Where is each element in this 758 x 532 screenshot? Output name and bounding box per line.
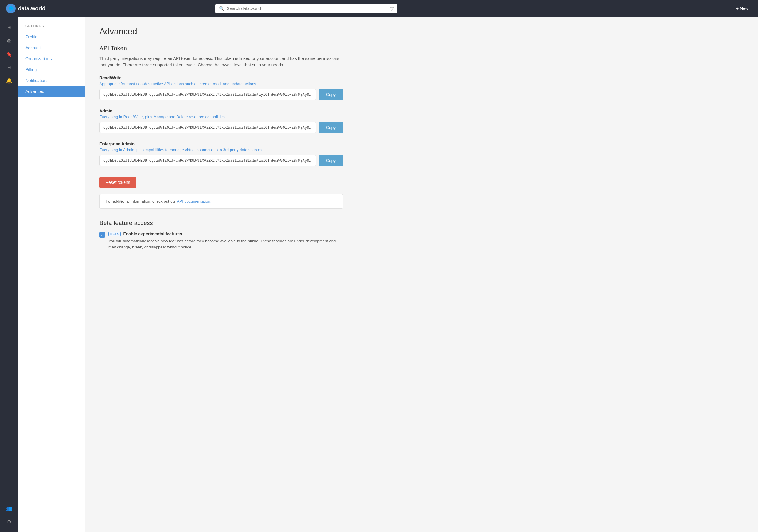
read-write-sublabel: Appropriate for most non-destructive API…: [99, 82, 343, 86]
read-write-copy-button[interactable]: Copy: [319, 89, 343, 100]
content-area: Advanced API Token Third party integrati…: [85, 17, 358, 532]
dashboard-icon[interactable]: ⊞: [4, 22, 15, 33]
beta-feature-name: Enable experimental features: [123, 231, 182, 236]
read-write-label: Read/Write: [99, 75, 343, 80]
search-bar: 🔍 ▽: [215, 4, 397, 13]
admin-token-value: eyJhbGciOiJIUzUxMiJ9.eyJzdWIiOiJwcm9qZWN…: [99, 122, 316, 133]
enterprise-admin-token-value: eyJhbGciOiJIUzUxMiJ9.eyJzdWIiOiJwcm9qZWN…: [99, 155, 316, 166]
read-write-row: eyJhbGciOiJIUzUxMiJ9.eyJzdWIiOiJwcm9qZWN…: [99, 89, 343, 100]
sidebar-item-account[interactable]: Account: [18, 42, 85, 53]
main-layout: SETTINGS Profile Account Organizations B…: [18, 17, 758, 532]
settings-section-label: SETTINGS: [18, 24, 85, 31]
explore-icon[interactable]: ◎: [4, 35, 15, 46]
app-name: data.world: [18, 6, 46, 12]
enterprise-admin-row: eyJhbGciOiJIUzUxMiJ9.eyJzdWIiOiJwcm9qZWN…: [99, 155, 343, 166]
sidebar-item-organizations[interactable]: Organizations: [18, 53, 85, 64]
beta-feature-description: You will automatically receive new featu…: [109, 238, 343, 250]
sidebar-item-profile[interactable]: Profile: [18, 31, 85, 42]
api-documentation-link[interactable]: API documentation.: [177, 199, 211, 204]
page-title: Advanced: [99, 27, 343, 36]
read-write-token-value: eyJhbGciOiJIUzUxMiJ9.eyJzdWIiOiJwcm9qZWN…: [99, 89, 316, 100]
admin-label: Admin: [99, 108, 343, 113]
bookmarks-icon[interactable]: 🔖: [4, 49, 15, 59]
left-sidebar: ⊞ ◎ 🔖 ⊟ 🔔 👥 ⚙: [0, 17, 18, 532]
admin-token-section: Admin Everything in Read/Write, plus Man…: [99, 108, 343, 133]
enterprise-admin-copy-button[interactable]: Copy: [319, 155, 343, 166]
settings-sidebar: SETTINGS Profile Account Organizations B…: [18, 17, 85, 532]
beta-feature-checkbox[interactable]: [99, 232, 105, 237]
beta-feature-row: BETA Enable experimental features You wi…: [99, 231, 343, 250]
reset-tokens-button[interactable]: Reset tokens: [99, 177, 136, 188]
new-button[interactable]: + New: [733, 4, 752, 13]
team-icon[interactable]: 👥: [4, 503, 15, 514]
enterprise-admin-token-section: Enterprise Admin Everything in Admin, pl…: [99, 141, 343, 166]
sidebar-item-advanced[interactable]: Advanced: [18, 86, 85, 97]
beta-feature-content: BETA Enable experimental features You wi…: [109, 231, 343, 250]
api-token-section: API Token Third party integrations may r…: [99, 45, 343, 209]
notifications-icon[interactable]: 🔔: [4, 75, 15, 86]
enterprise-admin-label: Enterprise Admin: [99, 141, 343, 146]
data-icon[interactable]: ⊟: [4, 62, 15, 73]
search-icon: 🔍: [219, 6, 224, 11]
app-logo[interactable]: 🌐 data.world: [6, 4, 46, 13]
beta-badge: BETA: [109, 232, 121, 236]
admin-row: eyJhbGciOiJIUzUxMiJ9.eyJzdWIiOiJwcm9qZWN…: [99, 122, 343, 133]
info-box: For additional information, check out ou…: [99, 194, 343, 209]
info-text: For additional information, check out ou…: [106, 199, 177, 204]
beta-title: Beta feature access: [99, 220, 343, 227]
beta-section: Beta feature access BETA Enable experime…: [99, 220, 343, 250]
sidebar-item-notifications[interactable]: Notifications: [18, 75, 85, 86]
sidebar-item-billing[interactable]: Billing: [18, 64, 85, 75]
search-input[interactable]: [226, 6, 388, 11]
beta-feature-label: BETA Enable experimental features: [109, 231, 343, 236]
admin-sublabel: Everything in Read/Write, plus Manage an…: [99, 115, 343, 119]
admin-copy-button[interactable]: Copy: [319, 122, 343, 133]
api-token-title: API Token: [99, 45, 343, 52]
read-write-token-section: Read/Write Appropriate for most non-dest…: [99, 75, 343, 100]
enterprise-admin-sublabel: Everything in Admin, plus capabilities t…: [99, 148, 343, 152]
user-icon[interactable]: ⚙: [4, 516, 15, 527]
api-token-description: Third party integrations may require an …: [99, 55, 343, 68]
logo-icon: 🌐: [6, 4, 16, 13]
filter-icon[interactable]: ▽: [390, 6, 394, 12]
topnav: 🌐 data.world 🔍 ▽ + New: [0, 0, 758, 17]
